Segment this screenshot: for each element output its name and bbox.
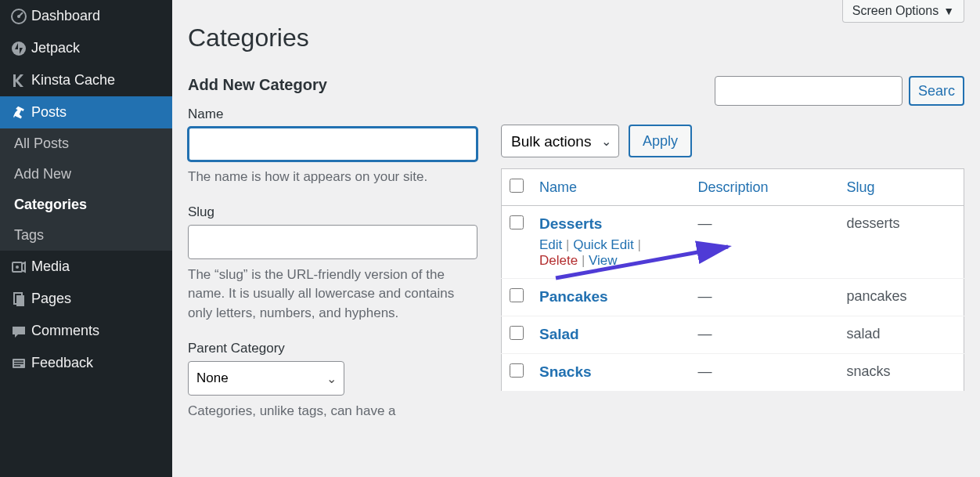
category-slug: desserts [839, 206, 964, 279]
form-heading: Add New Category [188, 76, 477, 94]
row-checkbox[interactable] [510, 288, 524, 302]
table-row: Pancakes — pancakes [502, 279, 964, 316]
menu-dashboard[interactable]: Dashboard [0, 0, 172, 32]
caret-down-icon: ▼ [943, 5, 954, 17]
slug-label: Slug [188, 204, 477, 220]
svg-point-1 [17, 15, 20, 18]
categories-table: Name Description Slug Desserts Edit | [501, 168, 964, 392]
menu-label: Dashboard [31, 8, 100, 24]
parent-label: Parent Category [188, 341, 477, 356]
name-input[interactable] [188, 127, 477, 161]
slug-input[interactable] [188, 225, 477, 259]
category-title[interactable]: Salad [539, 326, 579, 342]
search-input[interactable] [715, 76, 903, 106]
category-slug: salad [839, 316, 964, 354]
category-description: — [690, 354, 839, 392]
media-icon [11, 259, 31, 275]
row-checkbox[interactable] [510, 215, 524, 229]
admin-sidebar: Dashboard Jetpack Kinsta Cache Posts All… [0, 0, 172, 477]
comments-icon [11, 323, 31, 339]
row-actions: Edit | Quick Edit | Delete | View [539, 237, 683, 269]
categories-list: Searc Bulk actions ⌄ Apply Name Descript… [501, 76, 964, 438]
menu-label: Jetpack [31, 40, 80, 56]
pin-icon [11, 105, 31, 121]
table-row: Salad — salad [502, 316, 964, 354]
svg-point-2 [12, 42, 26, 56]
category-slug: pancakes [839, 279, 964, 316]
submenu-tags[interactable]: Tags [0, 220, 172, 251]
submenu-add-new[interactable]: Add New [0, 159, 172, 190]
col-slug[interactable]: Slug [847, 179, 875, 195]
add-category-form: Add New Category Name The name is how it… [188, 76, 477, 438]
slug-help: The “slug” is the URL-friendly version o… [188, 266, 477, 323]
menu-label: Feedback [31, 355, 93, 371]
bulk-actions-select[interactable]: Bulk actions [501, 125, 619, 157]
category-description: — [690, 206, 839, 279]
feedback-icon [11, 356, 31, 371]
name-label: Name [188, 107, 477, 122]
menu-comments[interactable]: Comments [0, 315, 172, 347]
category-description: — [690, 279, 839, 316]
menu-pages[interactable]: Pages [0, 283, 172, 315]
menu-feedback[interactable]: Feedback [0, 347, 172, 379]
apply-button[interactable]: Apply [629, 125, 692, 157]
menu-posts[interactable]: Posts [0, 96, 172, 128]
menu-label: Posts [31, 104, 67, 121]
col-description[interactable]: Description [698, 179, 769, 195]
submenu-categories[interactable]: Categories [0, 190, 172, 220]
menu-kinsta[interactable]: Kinsta Cache [0, 64, 172, 96]
row-checkbox[interactable] [510, 326, 524, 340]
menu-label: Comments [31, 323, 99, 339]
jetpack-icon [11, 41, 31, 56]
delete-link[interactable]: Delete [539, 253, 578, 268]
name-help: The name is how it appears on your site. [188, 168, 477, 187]
category-title[interactable]: Desserts [539, 215, 602, 232]
quick-edit-link[interactable]: Quick Edit [573, 237, 633, 252]
kinsta-icon [11, 73, 31, 89]
search-button[interactable]: Searc [909, 76, 964, 106]
table-row: Desserts Edit | Quick Edit | Delete | Vi… [502, 206, 964, 279]
submenu-posts: All Posts Add New Categories Tags [0, 128, 172, 251]
edit-link[interactable]: Edit [539, 237, 562, 252]
dashboard-icon [11, 9, 31, 24]
parent-help: Categories, unlike tags, can have a [188, 402, 477, 421]
table-row: Snacks — snacks [502, 354, 964, 392]
submenu-all-posts[interactable]: All Posts [0, 128, 172, 159]
screen-options-toggle[interactable]: Screen Options ▼ [842, 0, 964, 23]
select-all-checkbox[interactable] [510, 179, 524, 193]
col-name[interactable]: Name [539, 179, 577, 195]
svg-point-4 [16, 266, 19, 269]
parent-select[interactable]: None [188, 361, 344, 396]
main-content: Screen Options ▼ Categories Add New Cate… [172, 0, 980, 477]
menu-media[interactable]: Media [0, 251, 172, 283]
category-title[interactable]: Snacks [539, 363, 592, 380]
svg-rect-6 [16, 295, 24, 306]
pages-icon [11, 291, 31, 307]
row-checkbox[interactable] [510, 363, 524, 378]
category-title[interactable]: Pancakes [539, 288, 608, 305]
menu-label: Media [31, 258, 70, 275]
screen-options-label: Screen Options [852, 4, 939, 18]
menu-label: Kinsta Cache [31, 72, 115, 89]
category-description: — [690, 316, 839, 354]
menu-jetpack[interactable]: Jetpack [0, 32, 172, 64]
menu-label: Pages [31, 291, 71, 307]
view-link[interactable]: View [589, 253, 618, 268]
category-slug: snacks [839, 354, 964, 392]
